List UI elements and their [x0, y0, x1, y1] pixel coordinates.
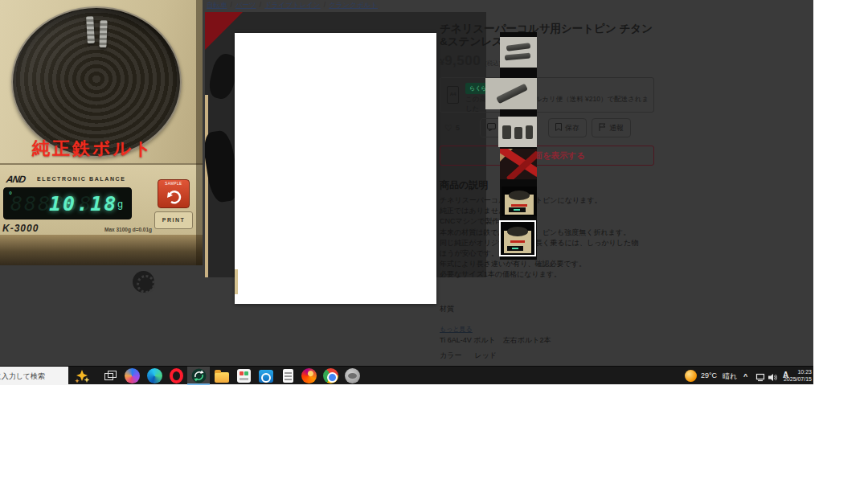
flag-icon — [599, 123, 606, 133]
tiles-app-icon[interactable] — [236, 368, 252, 383]
breadcrumb-link-category2[interactable]: パーツ — [235, 1, 256, 9]
bolt-pin — [99, 20, 107, 47]
description-heading: 商品の説明 — [440, 178, 488, 192]
report-button[interactable]: 通報 — [592, 118, 631, 137]
windows-taskbar: ここに入力して検索 29°C 晴れ ^ A — [0, 366, 813, 384]
hidden-icons-chevron[interactable]: ^ — [743, 372, 747, 380]
scale-model: K-3000 — [2, 223, 39, 234]
gallery-thumbnail[interactable] — [500, 149, 537, 179]
gallery-thumbnail-selected[interactable] — [499, 220, 536, 256]
chrome-icon[interactable] — [323, 368, 338, 383]
opera-icon[interactable] — [169, 368, 184, 383]
scale-capacity-spec: Max 3100g d=0.01g — [104, 227, 152, 232]
breadcrumb-link-category1[interactable]: 自転車 — [207, 1, 227, 9]
display-unit: g — [117, 199, 123, 210]
pinwheel-app-icon[interactable] — [125, 368, 140, 383]
clock-time: 10:23 — [781, 369, 812, 376]
network-icon[interactable] — [755, 371, 765, 385]
description-text: チネリスーパーコルサ用シートピンになります。 純正ではありません。 CNCマシン… — [440, 195, 681, 281]
clock-date: 2025/07/15 — [781, 376, 812, 383]
weather-temperature[interactable]: 29°C — [701, 371, 717, 379]
gallery-thumbnail[interactable] — [500, 37, 537, 68]
bookmark-icon — [555, 123, 562, 133]
like-button[interactable]: ♡ 5 — [444, 118, 460, 137]
gallery-thumbnail[interactable] — [485, 78, 537, 109]
breadcrumb-link-category3[interactable]: ドライブトレイン — [264, 1, 321, 9]
taskbar-search-input[interactable]: ここに入力して検索 — [0, 367, 68, 385]
scale-brand-logo: AND — [6, 174, 26, 185]
volume-icon[interactable] — [768, 371, 778, 385]
scale-display: ° 888888 10.18 g — [3, 187, 132, 219]
file-explorer-icon[interactable] — [214, 368, 229, 383]
photo-edge-strip — [205, 95, 208, 277]
firefox-icon[interactable] — [301, 368, 317, 383]
weather-condition[interactable]: 晴れ — [723, 371, 737, 382]
package-size-icon: A4 — [447, 86, 459, 104]
notepad-icon[interactable] — [280, 368, 296, 383]
breadcrumb-link-category4[interactable]: クランクボルト — [329, 1, 378, 9]
screenshot-canvas: 自転車/パーツ/ドライブトレイン/クランクボルト チネリスーパーコルサ用シートピ… — [0, 0, 868, 488]
scale-photo-overlay: 純正鉄ボルト AND ELECTRONIC BALANCE ° 888888 1… — [0, 0, 203, 265]
outlook-icon[interactable] — [258, 368, 273, 383]
scale-print-key: PRINT — [154, 211, 193, 229]
photo-peek-sliver — [235, 269, 238, 294]
task-view-icon[interactable] — [103, 368, 118, 383]
product-title: チネリスーパーコルサ用シートピン チタン&ステンレス — [440, 23, 658, 48]
copilot-sparkle-icon[interactable] — [74, 368, 89, 383]
lens-icon — [133, 271, 154, 293]
color-row: カラーレッド — [440, 351, 497, 361]
scale-base-shadow — [0, 235, 203, 265]
gray-app-icon[interactable] — [345, 368, 360, 383]
shipping-info-box: A4 らくらくメルカリ便 この商品はらくらくメルカリ便（送料 ¥210）で配送さ… — [440, 77, 654, 113]
clock[interactable]: 10:23 2025/07/15 — [781, 369, 812, 383]
scale-sample-button: SAMPLE — [158, 179, 190, 208]
breadcrumb: 自転車/パーツ/ドライブトレイン/クランクボルト — [207, 1, 378, 10]
save-label: 保存 — [565, 123, 579, 133]
blank-modal — [235, 33, 436, 304]
heart-icon: ♡ — [444, 124, 452, 133]
save-button[interactable]: 保存 — [548, 118, 587, 137]
weather-icon[interactable] — [685, 370, 697, 382]
bolt-pin — [86, 16, 95, 43]
blue-green-app-icon[interactable] — [147, 368, 162, 383]
scale-brand-subtitle: ELECTRONIC BALANCE — [37, 176, 125, 182]
report-label: 通報 — [609, 123, 624, 133]
more-link[interactable]: もっと見る — [440, 325, 473, 334]
like-count: 5 — [456, 124, 460, 132]
purchase-cta-button[interactable]: 購入画面を表示する — [440, 146, 654, 166]
price-amount: 9,500 — [444, 53, 481, 68]
comment-bubble-icon — [487, 123, 496, 133]
photo-caption-red: 純正鉄ボルト — [32, 137, 154, 161]
color-value: レッド — [474, 351, 497, 359]
gallery-thumbnail[interactable] — [502, 187, 537, 216]
active-browser-icon[interactable] — [191, 368, 207, 383]
display-weight-value: 10.18 — [49, 192, 117, 215]
gallery-thumbnail[interactable] — [498, 117, 537, 147]
scale-front-panel: AND ELECTRONIC BALANCE ° 888888 10.18 g … — [0, 163, 203, 235]
color-label: カラー — [440, 351, 461, 359]
